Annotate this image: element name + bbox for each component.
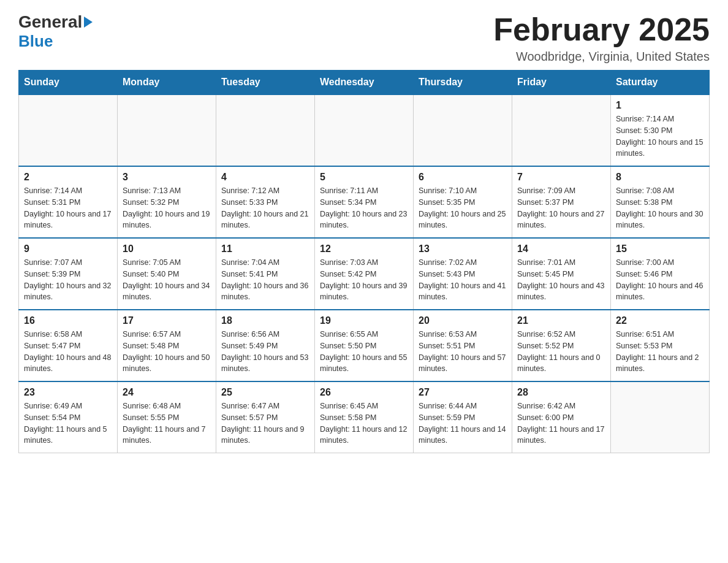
day-info: Sunrise: 6:53 AMSunset: 5:51 PMDaylight:… xyxy=(419,329,507,375)
day-number: 23 xyxy=(24,387,112,398)
table-row: 3Sunrise: 7:13 AMSunset: 5:32 PMDaylight… xyxy=(118,166,216,238)
day-number: 1 xyxy=(616,100,704,111)
table-row: 4Sunrise: 7:12 AMSunset: 5:33 PMDaylight… xyxy=(216,166,315,238)
day-info: Sunrise: 7:12 AMSunset: 5:33 PMDaylight:… xyxy=(221,185,309,231)
table-row: 12Sunrise: 7:03 AMSunset: 5:42 PMDayligh… xyxy=(315,238,414,310)
calendar-table: Sunday Monday Tuesday Wednesday Thursday… xyxy=(18,70,710,453)
day-info: Sunrise: 7:13 AMSunset: 5:32 PMDaylight:… xyxy=(123,185,211,231)
page-header: General Blue February 2025 Woodbridge, V… xyxy=(18,12,710,64)
day-info: Sunrise: 6:44 AMSunset: 5:59 PMDaylight:… xyxy=(419,400,507,446)
col-tuesday: Tuesday xyxy=(216,71,315,95)
day-number: 9 xyxy=(24,243,112,255)
table-row: 16Sunrise: 6:58 AMSunset: 5:47 PMDayligh… xyxy=(19,310,118,381)
day-number: 11 xyxy=(221,243,309,255)
table-row: 13Sunrise: 7:02 AMSunset: 5:43 PMDayligh… xyxy=(414,238,512,310)
month-title: February 2025 xyxy=(493,12,710,47)
table-row: 17Sunrise: 6:57 AMSunset: 5:48 PMDayligh… xyxy=(118,310,216,381)
day-number: 16 xyxy=(24,315,112,326)
table-row: 24Sunrise: 6:48 AMSunset: 5:55 PMDayligh… xyxy=(118,381,216,453)
day-number: 15 xyxy=(616,243,704,255)
day-info: Sunrise: 7:14 AMSunset: 5:30 PMDaylight:… xyxy=(616,113,704,159)
table-row xyxy=(512,94,611,166)
col-thursday: Thursday xyxy=(414,71,512,95)
col-sunday: Sunday xyxy=(19,71,118,95)
table-row xyxy=(414,94,512,166)
day-info: Sunrise: 6:45 AMSunset: 5:58 PMDaylight:… xyxy=(320,400,408,446)
day-number: 10 xyxy=(123,243,211,255)
table-row: 26Sunrise: 6:45 AMSunset: 5:58 PMDayligh… xyxy=(315,381,414,453)
day-number: 14 xyxy=(517,243,605,255)
table-row: 6Sunrise: 7:10 AMSunset: 5:35 PMDaylight… xyxy=(414,166,512,238)
day-number: 2 xyxy=(24,172,112,183)
day-info: Sunrise: 6:49 AMSunset: 5:54 PMDaylight:… xyxy=(24,400,112,446)
day-info: Sunrise: 7:00 AMSunset: 5:46 PMDaylight:… xyxy=(616,257,704,303)
day-number: 20 xyxy=(419,315,507,326)
calendar-week-row: 1Sunrise: 7:14 AMSunset: 5:30 PMDaylight… xyxy=(19,94,710,166)
table-row xyxy=(315,94,414,166)
day-info: Sunrise: 7:05 AMSunset: 5:40 PMDaylight:… xyxy=(123,257,211,303)
col-wednesday: Wednesday xyxy=(315,71,414,95)
day-number: 17 xyxy=(123,315,211,326)
day-info: Sunrise: 7:08 AMSunset: 5:38 PMDaylight:… xyxy=(616,185,704,231)
table-row xyxy=(611,381,710,453)
day-number: 24 xyxy=(123,387,211,398)
table-row: 27Sunrise: 6:44 AMSunset: 5:59 PMDayligh… xyxy=(414,381,512,453)
day-number: 13 xyxy=(419,243,507,255)
day-number: 26 xyxy=(320,387,408,398)
day-info: Sunrise: 6:47 AMSunset: 5:57 PMDaylight:… xyxy=(221,400,309,446)
col-saturday: Saturday xyxy=(611,71,710,95)
table-row xyxy=(216,94,315,166)
table-row: 19Sunrise: 6:55 AMSunset: 5:50 PMDayligh… xyxy=(315,310,414,381)
day-info: Sunrise: 7:04 AMSunset: 5:41 PMDaylight:… xyxy=(221,257,309,303)
col-monday: Monday xyxy=(118,71,216,95)
table-row: 2Sunrise: 7:14 AMSunset: 5:31 PMDaylight… xyxy=(19,166,118,238)
location-subtitle: Woodbridge, Virginia, United States xyxy=(493,50,710,64)
title-block: February 2025 Woodbridge, Virginia, Unit… xyxy=(493,12,710,64)
table-row: 11Sunrise: 7:04 AMSunset: 5:41 PMDayligh… xyxy=(216,238,315,310)
day-number: 12 xyxy=(320,243,408,255)
logo: General Blue xyxy=(18,12,93,51)
table-row: 20Sunrise: 6:53 AMSunset: 5:51 PMDayligh… xyxy=(414,310,512,381)
day-info: Sunrise: 6:58 AMSunset: 5:47 PMDaylight:… xyxy=(24,329,112,375)
day-info: Sunrise: 7:14 AMSunset: 5:31 PMDaylight:… xyxy=(24,185,112,231)
day-number: 7 xyxy=(517,172,605,183)
table-row: 10Sunrise: 7:05 AMSunset: 5:40 PMDayligh… xyxy=(118,238,216,310)
table-row: 9Sunrise: 7:07 AMSunset: 5:39 PMDaylight… xyxy=(19,238,118,310)
table-row: 18Sunrise: 6:56 AMSunset: 5:49 PMDayligh… xyxy=(216,310,315,381)
day-info: Sunrise: 6:48 AMSunset: 5:55 PMDaylight:… xyxy=(123,400,211,446)
day-number: 4 xyxy=(221,172,309,183)
day-info: Sunrise: 6:57 AMSunset: 5:48 PMDaylight:… xyxy=(123,329,211,375)
table-row xyxy=(19,94,118,166)
table-row: 5Sunrise: 7:11 AMSunset: 5:34 PMDaylight… xyxy=(315,166,414,238)
calendar-week-row: 23Sunrise: 6:49 AMSunset: 5:54 PMDayligh… xyxy=(19,381,710,453)
day-number: 3 xyxy=(123,172,211,183)
logo-general: General xyxy=(18,12,82,32)
table-row: 23Sunrise: 6:49 AMSunset: 5:54 PMDayligh… xyxy=(19,381,118,453)
table-row: 15Sunrise: 7:00 AMSunset: 5:46 PMDayligh… xyxy=(611,238,710,310)
table-row: 22Sunrise: 6:51 AMSunset: 5:53 PMDayligh… xyxy=(611,310,710,381)
day-info: Sunrise: 7:01 AMSunset: 5:45 PMDaylight:… xyxy=(517,257,605,303)
logo-blue: Blue xyxy=(18,32,53,51)
day-number: 21 xyxy=(517,315,605,326)
day-info: Sunrise: 6:51 AMSunset: 5:53 PMDaylight:… xyxy=(616,329,704,375)
day-info: Sunrise: 6:52 AMSunset: 5:52 PMDaylight:… xyxy=(517,329,605,375)
day-info: Sunrise: 7:09 AMSunset: 5:37 PMDaylight:… xyxy=(517,185,605,231)
logo-arrow-icon xyxy=(84,17,93,28)
day-info: Sunrise: 7:02 AMSunset: 5:43 PMDaylight:… xyxy=(419,257,507,303)
calendar-week-row: 16Sunrise: 6:58 AMSunset: 5:47 PMDayligh… xyxy=(19,310,710,381)
day-number: 25 xyxy=(221,387,309,398)
day-number: 5 xyxy=(320,172,408,183)
day-number: 22 xyxy=(616,315,704,326)
day-info: Sunrise: 6:42 AMSunset: 6:00 PMDaylight:… xyxy=(517,400,605,446)
day-info: Sunrise: 7:11 AMSunset: 5:34 PMDaylight:… xyxy=(320,185,408,231)
day-info: Sunrise: 7:07 AMSunset: 5:39 PMDaylight:… xyxy=(24,257,112,303)
day-number: 6 xyxy=(419,172,507,183)
col-friday: Friday xyxy=(512,71,611,95)
day-info: Sunrise: 6:55 AMSunset: 5:50 PMDaylight:… xyxy=(320,329,408,375)
table-row xyxy=(118,94,216,166)
day-info: Sunrise: 6:56 AMSunset: 5:49 PMDaylight:… xyxy=(221,329,309,375)
table-row: 14Sunrise: 7:01 AMSunset: 5:45 PMDayligh… xyxy=(512,238,611,310)
day-number: 8 xyxy=(616,172,704,183)
calendar-week-row: 2Sunrise: 7:14 AMSunset: 5:31 PMDaylight… xyxy=(19,166,710,238)
table-row: 25Sunrise: 6:47 AMSunset: 5:57 PMDayligh… xyxy=(216,381,315,453)
